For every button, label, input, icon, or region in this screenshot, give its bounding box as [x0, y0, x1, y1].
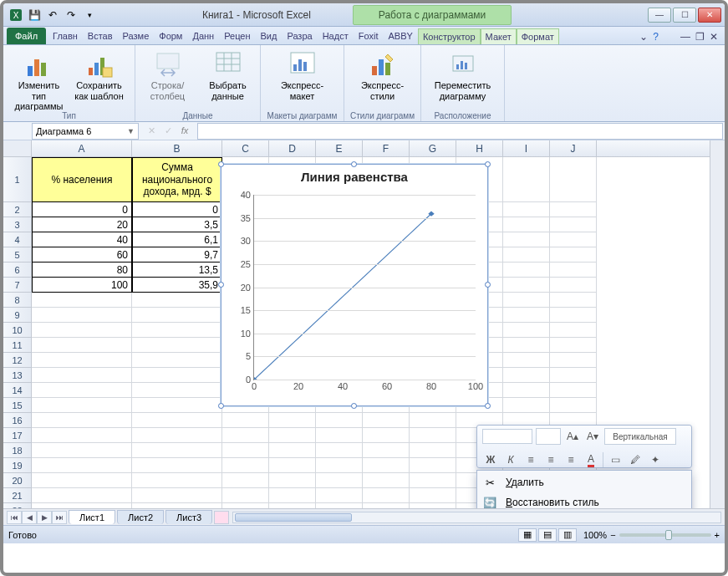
zoom-in-button[interactable]: +: [715, 530, 720, 540]
row-header[interactable]: 5: [3, 247, 32, 263]
tab-1[interactable]: Встав: [83, 28, 118, 44]
row-header[interactable]: 20: [3, 473, 32, 488]
cell[interactable]: [363, 413, 410, 428]
change-chart-type-button[interactable]: Изменить тип диаграммы: [11, 47, 68, 112]
cell[interactable]: [132, 353, 222, 368]
cell[interactable]: [132, 338, 222, 353]
resize-handle[interactable]: [351, 161, 357, 167]
next-sheet-button[interactable]: ▶: [37, 511, 52, 524]
chart-title[interactable]: Линия равенства: [221, 165, 487, 186]
font-size-input[interactable]: [536, 428, 561, 445]
cell[interactable]: % населения: [32, 157, 132, 202]
vertical-scrollbar[interactable]: [710, 140, 725, 525]
cell[interactable]: [316, 488, 363, 503]
cell[interactable]: [503, 263, 550, 278]
tab-ctx-1[interactable]: Макет: [481, 28, 517, 44]
align-center-icon[interactable]: ≡: [542, 451, 559, 468]
cell[interactable]: 80: [32, 263, 132, 278]
tab-7[interactable]: Разра: [282, 28, 317, 44]
cell[interactable]: 13,5: [132, 263, 222, 278]
cell[interactable]: [503, 398, 550, 413]
first-sheet-button[interactable]: ⏮: [7, 511, 22, 524]
tab-0[interactable]: Главн: [48, 28, 83, 44]
cell[interactable]: [410, 488, 456, 503]
cell[interactable]: [363, 458, 410, 473]
prev-sheet-button[interactable]: ◀: [22, 511, 37, 524]
cell[interactable]: [410, 458, 456, 473]
column-headers[interactable]: ABCDEFGHIJ: [32, 140, 710, 157]
font-color-icon[interactable]: A: [583, 451, 599, 468]
cell[interactable]: [132, 383, 222, 398]
cell[interactable]: [32, 293, 132, 308]
cell[interactable]: 0: [132, 202, 222, 217]
tab-8[interactable]: Надст: [318, 28, 354, 44]
chevron-down-icon[interactable]: ▼: [127, 127, 135, 135]
cell[interactable]: 40: [32, 232, 132, 247]
vertical-text-button[interactable]: Вертикальная: [604, 428, 676, 445]
col-header[interactable]: F: [363, 140, 410, 156]
sheet-tab[interactable]: Лист1: [69, 510, 115, 524]
row-header[interactable]: 18: [3, 443, 32, 458]
cell[interactable]: [503, 157, 550, 202]
cell[interactable]: 0: [32, 202, 132, 217]
row-header[interactable]: 15: [3, 398, 32, 413]
cell[interactable]: 20: [32, 217, 132, 232]
cell[interactable]: [503, 202, 550, 217]
select-all-triangle[interactable]: [3, 140, 32, 157]
bold-icon[interactable]: Ж: [482, 451, 499, 468]
formula-input[interactable]: [197, 123, 723, 140]
cell[interactable]: [32, 353, 132, 368]
zoom-level[interactable]: 100%: [583, 530, 607, 540]
tab-9[interactable]: Foxit: [354, 28, 384, 44]
cell[interactable]: [222, 488, 269, 503]
col-header[interactable]: H: [456, 140, 503, 156]
align-right-icon[interactable]: ≡: [563, 451, 579, 468]
minimize-ribbon-icon[interactable]: ⌄: [639, 31, 648, 43]
select-data-button[interactable]: Выбрать данные: [200, 47, 257, 101]
resize-handle[interactable]: [485, 282, 491, 288]
cell[interactable]: [503, 293, 550, 308]
row-headers[interactable]: 12345678910111213141516171819202122: [3, 157, 32, 518]
page-break-view-button[interactable]: ▥: [558, 528, 577, 542]
resize-handle[interactable]: [351, 403, 357, 409]
cell[interactable]: [32, 383, 132, 398]
row-header[interactable]: 6: [3, 263, 32, 278]
cell[interactable]: [410, 413, 456, 428]
cell[interactable]: [32, 308, 132, 323]
cell[interactable]: [550, 338, 597, 353]
cell[interactable]: Сумма национального дохода, мрд. $: [132, 157, 222, 202]
cell[interactable]: [363, 473, 410, 488]
fill-color-icon[interactable]: 🖉: [627, 451, 644, 468]
cell[interactable]: [410, 443, 456, 458]
col-header[interactable]: G: [410, 140, 456, 156]
file-tab[interactable]: Файл: [7, 28, 46, 44]
row-header[interactable]: 21: [3, 488, 32, 503]
tab-5[interactable]: Рецен: [219, 28, 255, 44]
cell[interactable]: [316, 413, 363, 428]
cell[interactable]: [32, 413, 132, 428]
cell[interactable]: [269, 488, 316, 503]
qat-customize-icon[interactable]: ▾: [80, 7, 99, 23]
cell[interactable]: [550, 398, 597, 413]
row-header[interactable]: 19: [3, 458, 32, 473]
normal-view-button[interactable]: ▦: [518, 528, 537, 542]
resize-handle[interactable]: [485, 403, 491, 409]
resize-handle[interactable]: [218, 403, 224, 409]
cell[interactable]: [32, 368, 132, 383]
cell[interactable]: [550, 323, 597, 338]
last-sheet-button[interactable]: ⏭: [52, 511, 67, 524]
cell[interactable]: [316, 473, 363, 488]
cell[interactable]: [503, 368, 550, 383]
cell[interactable]: [222, 428, 269, 443]
tab-6[interactable]: Вид: [256, 28, 283, 44]
col-header[interactable]: B: [132, 140, 222, 156]
cell[interactable]: [503, 217, 550, 232]
row-header[interactable]: 10: [3, 323, 32, 338]
cell[interactable]: [32, 488, 132, 503]
name-box[interactable]: Диаграмма 6▼: [32, 123, 139, 140]
cell[interactable]: 9,7: [132, 247, 222, 263]
cell[interactable]: 3,5: [132, 217, 222, 232]
cell[interactable]: [550, 383, 597, 398]
maximize-button[interactable]: ☐: [673, 8, 696, 23]
cell[interactable]: [550, 263, 597, 278]
